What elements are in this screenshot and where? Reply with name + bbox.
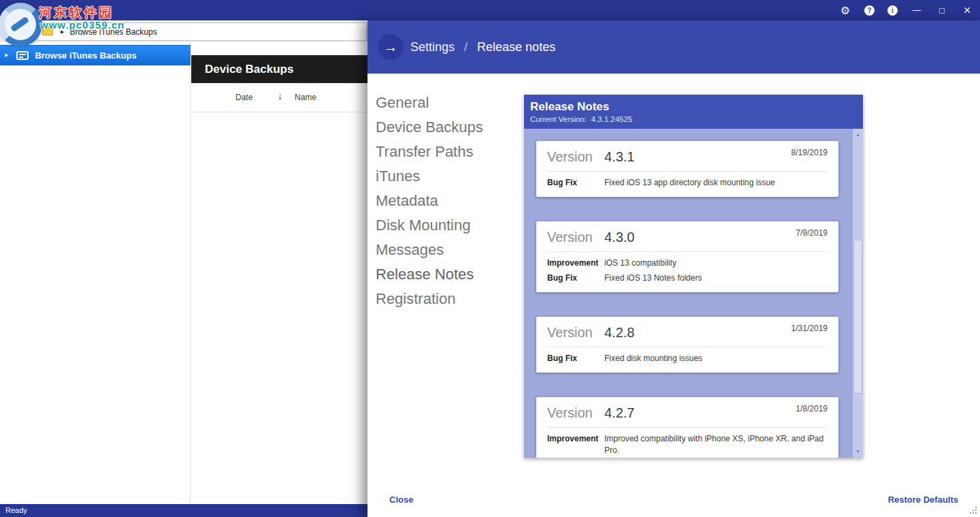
expander-chevron-icon[interactable]: ▶	[5, 52, 8, 58]
version-number: 4.2.8	[604, 325, 634, 341]
nav-item-messages[interactable]: Messages	[376, 238, 483, 262]
nav-item-metadata[interactable]: Metadata	[376, 189, 483, 213]
dialog-header: → Settings / Release notes	[368, 20, 980, 74]
release-entries: Bug Fix Fixed iOS 13 app directory disk …	[547, 172, 828, 197]
entry-type: Improvement	[547, 433, 604, 456]
nav-item-device-backups[interactable]: Device Backups	[376, 115, 483, 140]
release-card-header: Version 4.2.8 1/31/2019	[547, 317, 828, 347]
sidebar-item-label: Browse iTunes Backups	[35, 50, 136, 61]
scroll-down-icon[interactable]: ▼	[853, 447, 863, 456]
scrollbar-thumb[interactable]	[853, 240, 862, 394]
release-entries: Bug Fix Fixed disk mounting issues	[547, 347, 828, 373]
current-version: Current Version: 4.3.1.24525	[530, 114, 863, 125]
release-entries: Improvement iOS 13 compatibility Bug Fix…	[547, 252, 828, 292]
entry-text: Fixed iOS 13 Notes folders	[604, 272, 702, 284]
version-number: 4.3.1	[604, 149, 634, 165]
sidebar: ▶ Browse iTunes Backups	[0, 42, 191, 504]
breadcrumb-settings[interactable]: Settings	[410, 40, 455, 54]
scrollbar[interactable]: ▲ ▼	[853, 129, 863, 458]
back-arrow-icon[interactable]: →	[378, 34, 404, 60]
entry-type: Bug Fix	[547, 353, 604, 364]
status-text: Ready	[5, 506, 27, 514]
version-word: Version	[547, 149, 604, 165]
current-version-value: 4.3.1.24525	[591, 115, 633, 123]
maximize-button[interactable]: □	[936, 5, 948, 16]
settings-gear-icon[interactable]: ⚙	[839, 4, 851, 17]
titlebar-buttons: ⚙ ? i — □ ×	[839, 0, 973, 20]
version-word: Version	[547, 230, 604, 245]
release-entry: Improvement Improved compatibility with …	[547, 433, 828, 456]
close-dialog-button[interactable]: Close	[389, 495, 413, 505]
release-entry: Bug Fix Fixed disk mounting issues	[547, 353, 828, 364]
release-entries: Improvement Improved compatibility with …	[547, 428, 828, 458]
version-word: Version	[547, 325, 604, 341]
panel-title: Device Backups	[191, 55, 368, 83]
entry-type: Bug Fix	[547, 177, 604, 189]
version-number: 4.3.0	[604, 230, 634, 245]
release-date: 7/9/2019	[796, 228, 828, 238]
current-version-label: Current Version:	[530, 115, 587, 123]
entry-text: Improved compatibility with iPhone XS, i…	[604, 433, 828, 456]
release-date: 1/31/2019	[791, 324, 828, 333]
sort-descending-icon[interactable]: ↓	[278, 91, 282, 101]
column-header-name[interactable]: Name	[295, 93, 316, 102]
release-card-header: Version 4.3.1 8/19/2019	[547, 141, 828, 172]
nav-item-general[interactable]: General	[376, 91, 483, 115]
breadcrumb-release-notes: Release notes	[477, 40, 555, 54]
resize-grip[interactable]	[975, 512, 977, 514]
info-icon[interactable]: i	[887, 5, 898, 16]
release-cards: Version 4.3.1 8/19/2019 Bug Fix Fixed iO…	[536, 129, 838, 458]
watermark-url: www.pc0359.cn	[40, 19, 125, 31]
release-card-4-3-0: Version 4.3.0 7/9/2019 Improvement iOS 1…	[536, 221, 838, 292]
release-card-4-2-8: Version 4.2.8 1/31/2019 Bug Fix Fixed di…	[536, 317, 838, 373]
nav-item-registration[interactable]: Registration	[376, 287, 483, 311]
release-card-header: Version 4.3.0 7/9/2019	[547, 221, 828, 252]
close-button[interactable]: ×	[961, 3, 973, 18]
nav-item-release-notes[interactable]: Release Notes	[376, 262, 483, 287]
release-notes-title: Release Notes	[530, 99, 863, 114]
column-header-date[interactable]: Date	[235, 93, 252, 102]
device-backups-panel: Device Backups Date ↓ Name	[191, 42, 368, 504]
restore-defaults-button[interactable]: Restore Defaults	[888, 495, 958, 505]
entry-text: Fixed disk mounting issues	[604, 353, 702, 364]
scroll-up-icon[interactable]: ▲	[853, 130, 863, 140]
help-icon[interactable]: ?	[864, 5, 875, 16]
release-entry: Bug Fix Fixed iOS 13 Notes folders	[547, 272, 828, 284]
minimize-button[interactable]: —	[911, 5, 923, 15]
sidebar-item-browse-itunes-backups[interactable]: ▶ Browse iTunes Backups	[0, 45, 191, 65]
nav-item-disk-mounting[interactable]: Disk Mounting	[376, 213, 483, 238]
entry-text: iOS 13 compatibility	[604, 257, 676, 269]
entry-type: Improvement	[547, 257, 604, 269]
backups-list-icon	[16, 51, 29, 60]
release-card-4-3-1: Version 4.3.1 8/19/2019 Bug Fix Fixed iO…	[536, 141, 838, 197]
nav-item-itunes[interactable]: iTunes	[376, 164, 483, 189]
settings-dialog: → Settings / Release notes General Devic…	[368, 20, 980, 517]
column-header-row: Date ↓ Name	[191, 83, 368, 112]
version-number: 4.2.7	[604, 405, 634, 421]
entry-text: Fixed iOS 13 app directory disk mounting…	[604, 177, 775, 189]
watermark-logo	[0, 3, 42, 46]
release-notes-header: Release Notes Current Version: 4.3.1.245…	[524, 95, 863, 129]
app-window: ⚙ ? i — □ × ▶ Browse iTunes Backups ▶ Br…	[0, 0, 980, 517]
version-word: Version	[547, 405, 604, 421]
dialog-footer: Close Restore Defaults	[389, 495, 958, 505]
release-entry: Improvement iOS 13 compatibility	[547, 257, 828, 269]
titlebar: ⚙ ? i — □ ×	[0, 0, 980, 20]
entry-type: Bug Fix	[547, 272, 604, 284]
settings-nav: General Device Backups Transfer Paths iT…	[376, 91, 483, 311]
release-notes-body: Version 4.3.1 8/19/2019 Bug Fix Fixed iO…	[524, 129, 863, 458]
release-date: 1/8/2019	[796, 404, 828, 413]
breadcrumb-separator: /	[464, 40, 468, 54]
release-card-header: Version 4.2.7 1/8/2019	[547, 397, 828, 428]
nav-item-transfer-paths[interactable]: Transfer Paths	[376, 140, 483, 164]
release-entry: Bug Fix Fixed iOS 13 app directory disk …	[547, 177, 828, 189]
release-card-4-2-7: Version 4.2.7 1/8/2019 Improvement Impro…	[536, 397, 838, 458]
release-notes-panel: Release Notes Current Version: 4.3.1.245…	[524, 95, 863, 458]
release-date: 8/19/2019	[791, 148, 828, 157]
